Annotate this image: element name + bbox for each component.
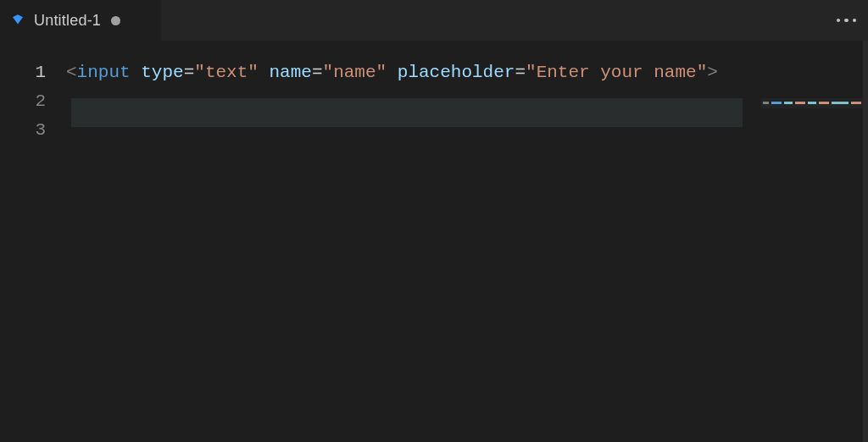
- editor[interactable]: 1 2 3 <input type="text" name="name" pla…: [0, 41, 868, 442]
- token-space: [387, 63, 398, 82]
- token-op: =: [184, 63, 195, 82]
- token-tag: input: [77, 63, 131, 82]
- token-attr: placeholder: [398, 63, 515, 82]
- file-type-icon: [10, 13, 25, 28]
- tab-overflow-button[interactable]: [837, 0, 857, 41]
- minimap[interactable]: [761, 98, 863, 108]
- token-space: [259, 63, 270, 82]
- code-line: <input type="text" name="name" placehold…: [66, 58, 741, 87]
- vertical-scrollbar[interactable]: [863, 41, 868, 442]
- token-attr: name: [270, 63, 312, 82]
- token-op: =: [312, 63, 323, 82]
- token-str: "Enter your name": [526, 63, 707, 82]
- token-attr: type: [141, 63, 183, 82]
- token-str: "name": [323, 63, 387, 82]
- token-punct: >: [707, 63, 718, 82]
- line-number: 2: [0, 87, 46, 116]
- editor-tab[interactable]: Untitled-1: [0, 0, 161, 41]
- token-punct: <: [66, 63, 77, 82]
- tab-bar: Untitled-1: [0, 0, 868, 41]
- line-number: 1: [0, 58, 46, 87]
- token-str: "text": [194, 63, 259, 82]
- tab-filename: Untitled-1: [34, 12, 101, 30]
- token-space: [131, 63, 142, 82]
- line-number: 3: [0, 116, 46, 145]
- line-number-gutter: 1 2 3: [0, 41, 66, 442]
- token-op: =: [515, 63, 526, 82]
- code-area[interactable]: <input type="text" name="name" placehold…: [66, 41, 868, 442]
- unsaved-indicator-icon: [111, 16, 120, 25]
- line-number: [0, 145, 46, 174]
